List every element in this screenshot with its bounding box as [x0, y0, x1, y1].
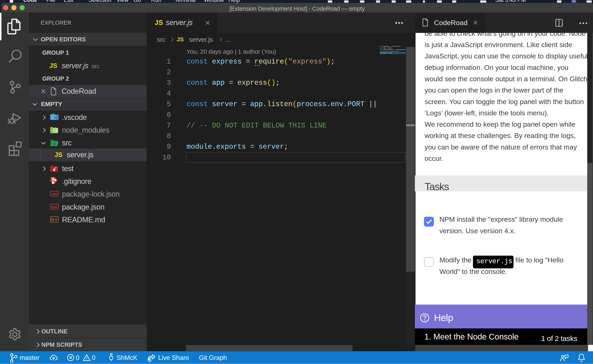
svg-text:npm: npm: [51, 192, 57, 195]
svg-text:JS: JS: [54, 129, 57, 131]
svg-text:npm: npm: [51, 205, 57, 208]
svg-text:M: M: [51, 218, 54, 221]
